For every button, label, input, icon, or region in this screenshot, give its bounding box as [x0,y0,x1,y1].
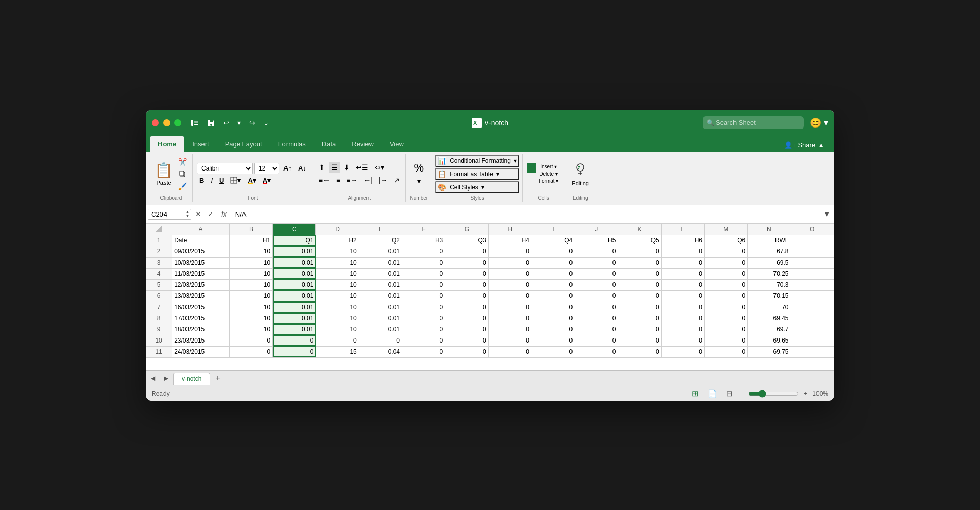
decrease-indent-button[interactable]: ←| [361,175,375,186]
col-header-o[interactable]: O [791,224,834,235]
cell-n8[interactable]: 69.45 [748,313,791,324]
cell-o9[interactable] [791,324,834,335]
insert-cells-button[interactable]: Insert ▾ [537,163,560,170]
cell-h2[interactable]: 0 [488,246,532,257]
cell-c3[interactable]: 0.01 [273,257,316,268]
cell-e7[interactable]: 0.01 [359,302,402,313]
cell-m1[interactable]: Q6 [704,235,747,246]
cell-j4[interactable]: 0 [575,268,618,279]
cell-l10[interactable]: 0 [661,335,704,346]
cell-l2[interactable]: 0 [661,246,704,257]
cell-d7[interactable]: 10 [316,302,359,313]
cell-g3[interactable]: 0 [445,257,488,268]
borders-button[interactable]: ▾ [228,176,243,185]
undo-dropdown[interactable]: ▾ [235,117,243,129]
cell-e4[interactable]: 0.01 [359,268,402,279]
cell-l8[interactable]: 0 [661,313,704,324]
cell-n5[interactable]: 70.3 [748,279,791,290]
minimize-button[interactable] [163,119,170,126]
cell-k6[interactable]: 0 [618,290,661,302]
cell-d9[interactable]: 10 [316,324,359,335]
cell-o4[interactable] [791,268,834,279]
cell-h10[interactable]: 0 [488,335,532,346]
cell-d1[interactable]: H2 [316,235,359,246]
cell-b7[interactable]: 10 [229,302,272,313]
cell-b10[interactable]: 0 [229,335,272,346]
cell-j10[interactable]: 0 [575,335,618,346]
paste-button[interactable]: 📋 Paste [153,160,175,188]
cell-k5[interactable]: 0 [618,279,661,290]
cell-j8[interactable]: 0 [575,313,618,324]
tab-formulas[interactable]: Formulas [270,136,314,152]
cell-d6[interactable]: 10 [316,290,359,302]
cell-l4[interactable]: 0 [661,268,704,279]
align-bottom-button[interactable]: ⬇ [341,162,352,173]
cell-c9[interactable]: 0.01 [273,324,316,335]
cell-l9[interactable]: 0 [661,324,704,335]
cell-c5[interactable]: 0.01 [273,279,316,290]
search-input[interactable] [703,116,804,129]
col-header-d[interactable]: D [316,224,359,235]
cell-h7[interactable]: 0 [488,302,532,313]
cell-a11[interactable]: 24/03/2015 [172,346,230,357]
col-header-n[interactable]: N [748,224,791,235]
cell-d4[interactable]: 10 [316,268,359,279]
cell-i7[interactable]: 0 [532,302,575,313]
cell-b9[interactable]: 10 [229,324,272,335]
cell-f9[interactable]: 0 [402,324,445,335]
cell-f6[interactable]: 0 [402,290,445,302]
cell-e2[interactable]: 0.01 [359,246,402,257]
cell-a3[interactable]: 10/03/2015 [172,257,230,268]
col-header-a[interactable]: A [172,224,230,235]
cell-reference-input[interactable] [148,209,184,219]
maximize-button[interactable] [174,119,181,126]
cell-m6[interactable]: 0 [704,290,747,302]
cell-c10[interactable]: 0 [273,335,316,346]
cell-c1[interactable]: Q1 [273,235,316,246]
cell-d3[interactable]: 10 [316,257,359,268]
tab-insert[interactable]: Insert [184,136,217,152]
cell-j5[interactable]: 0 [575,279,618,290]
cut-button[interactable]: ✂️ [176,156,189,167]
percent-button[interactable]: % [412,161,426,175]
user-icon[interactable]: 😊 ▾ [810,117,828,129]
customize-button[interactable]: ⌄ [261,117,272,129]
cell-n2[interactable]: 67.8 [748,246,791,257]
cell-f3[interactable]: 0 [402,257,445,268]
cell-o6[interactable] [791,290,834,302]
cell-k3[interactable]: 0 [618,257,661,268]
wrap-text-button[interactable]: ↩☰ [353,162,371,173]
cell-a6[interactable]: 13/03/2015 [172,290,230,302]
cell-b11[interactable]: 0 [229,346,272,357]
cell-k8[interactable]: 0 [618,313,661,324]
cell-e1[interactable]: Q2 [359,235,402,246]
cell-d10[interactable]: 0 [316,335,359,346]
align-middle-button[interactable]: ☰ [329,162,340,173]
normal-view-button[interactable]: ⊞ [690,388,701,399]
bold-button[interactable]: B [197,176,207,185]
cell-m2[interactable]: 0 [704,246,747,257]
cell-m8[interactable]: 0 [704,313,747,324]
col-header-c[interactable]: C [273,224,316,235]
cell-i1[interactable]: Q4 [532,235,575,246]
cell-h4[interactable]: 0 [488,268,532,279]
cell-n9[interactable]: 69.7 [748,324,791,335]
cell-n4[interactable]: 70.25 [748,268,791,279]
cell-g8[interactable]: 0 [445,313,488,324]
cell-d11[interactable]: 15 [316,346,359,357]
cell-l3[interactable]: 0 [661,257,704,268]
cell-f7[interactable]: 0 [402,302,445,313]
cell-h1[interactable]: H4 [488,235,532,246]
cell-f4[interactable]: 0 [402,268,445,279]
cell-b3[interactable]: 10 [229,257,272,268]
cell-n11[interactable]: 69.75 [748,346,791,357]
editing-button[interactable]: Σ Editing [567,160,593,188]
page-break-view-button[interactable]: ⊟ [724,388,735,399]
cell-n1[interactable]: RWL [748,235,791,246]
cell-e10[interactable]: 0 [359,335,402,346]
cell-m11[interactable]: 0 [704,346,747,357]
confirm-formula-button[interactable]: ✓ [206,209,216,219]
zoom-slider[interactable] [748,390,799,398]
cell-b2[interactable]: 10 [229,246,272,257]
cell-j1[interactable]: H5 [575,235,618,246]
